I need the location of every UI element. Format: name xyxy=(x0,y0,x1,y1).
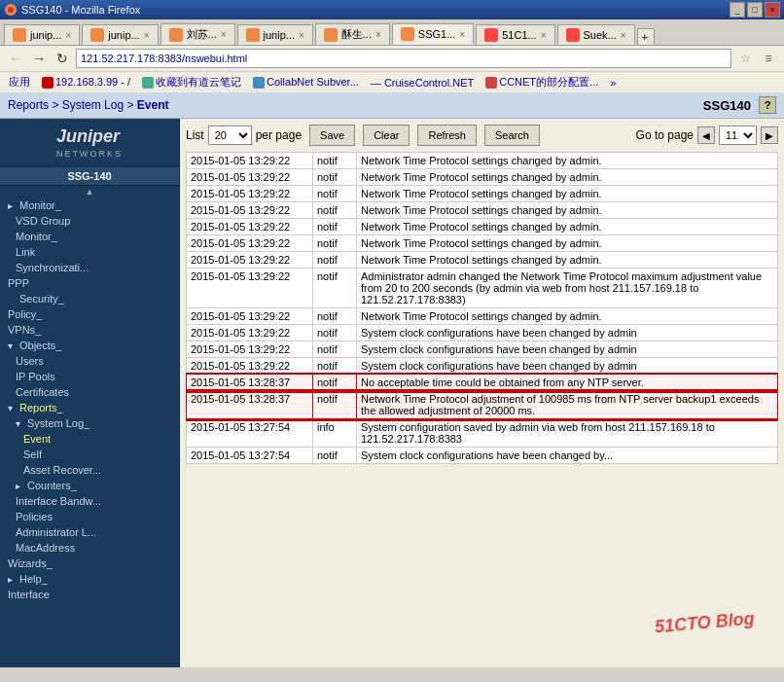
tab-1[interactable]: junip... × xyxy=(4,24,80,45)
address-input[interactable] xyxy=(76,49,731,68)
tab-close-8[interactable]: × xyxy=(621,30,626,41)
table-row: 2015-01-05 13:29:22 notif Network Time P… xyxy=(187,153,778,169)
window-title: SSG140 - Mozilla Firefox xyxy=(4,3,140,17)
tab-close-5[interactable]: × xyxy=(375,29,381,40)
tab-close-3[interactable]: × xyxy=(221,29,227,40)
svg-point-1 xyxy=(8,7,14,13)
bookmark-more[interactable]: » xyxy=(607,76,619,90)
tab-6[interactable]: SSG1... × xyxy=(392,23,474,45)
sidebar-item-counters[interactable]: ▸ Counters_ xyxy=(0,478,179,493)
sidebar-item-reports[interactable]: ▾ Reports_ xyxy=(0,400,179,415)
tab-2[interactable]: junip... × xyxy=(82,24,158,45)
bookmark-apps[interactable]: 应用 xyxy=(6,74,33,90)
tab-8[interactable]: Suek... × xyxy=(557,24,635,45)
sidebar-item-admin-log[interactable]: Administrator L... xyxy=(0,524,179,540)
list-select[interactable]: 20 50 100 xyxy=(208,126,252,145)
per-page-label: per page xyxy=(256,128,302,142)
tab-close-2[interactable]: × xyxy=(144,30,150,41)
sidebar-item-monitor2[interactable]: Monitor_ xyxy=(0,229,179,244)
sidebar-item-help[interactable]: ▸ Help_ xyxy=(0,571,179,587)
tab-close-6[interactable]: × xyxy=(459,29,465,40)
table-row: 2015-01-05 13:29:22 notif Network Time P… xyxy=(187,219,778,235)
table-row: 2015-01-05 13:27:54 notif System clock c… xyxy=(187,448,778,464)
bookmark-3[interactable]: CollabNet Subver... xyxy=(250,75,362,90)
cell-date: 2015-01-05 13:29:22 xyxy=(187,308,313,325)
bookmark-1[interactable]: 192.168.3.99 - / xyxy=(39,75,133,90)
save-button[interactable]: Save xyxy=(309,125,355,146)
back-button[interactable]: ← xyxy=(6,49,25,68)
cell-message: Network Time Protocol settings changed b… xyxy=(357,252,778,269)
bookmark-2[interactable]: 收藏到有道云笔记 xyxy=(139,74,244,90)
page-header: Reports > System Log > Event SSG140 ? xyxy=(0,92,784,119)
device-name: SSG140 xyxy=(703,98,751,113)
help-button[interactable]: ? xyxy=(759,96,776,114)
main-content: List 20 50 100 per page Save Clear Refre… xyxy=(180,119,784,667)
sidebar-item-asset[interactable]: Asset Recover... xyxy=(0,462,179,478)
tab-3[interactable]: 刘苏... × xyxy=(160,23,235,45)
tab-close-4[interactable]: × xyxy=(299,30,304,41)
sidebar-item-link[interactable]: Link xyxy=(0,244,179,260)
menu-icon[interactable]: ≡ xyxy=(759,49,778,68)
sidebar-item-objects[interactable]: ▾ Objects_ xyxy=(0,338,179,353)
page-select[interactable]: 11 xyxy=(719,126,757,145)
sidebar-item-event[interactable]: Event xyxy=(0,431,179,447)
sidebar-item-users[interactable]: Users xyxy=(0,353,179,369)
sidebar-item-system-log[interactable]: ▾ System Log_ xyxy=(0,415,179,431)
cell-message: System clock configurations have been ch… xyxy=(357,448,778,464)
cell-date: 2015-01-05 13:29:22 xyxy=(187,202,313,219)
tab-7[interactable]: 51C1... × xyxy=(476,24,554,45)
close-button[interactable]: × xyxy=(765,2,780,18)
prev-page-button[interactable]: ◀ xyxy=(697,126,715,144)
bookmark-4[interactable]: — CruiseControl.NET xyxy=(368,76,477,90)
tab-4[interactable]: junip... × xyxy=(237,24,313,45)
sidebar-item-certificates[interactable]: Certificates xyxy=(0,384,179,400)
sidebar-item-monitor[interactable]: ▸ Monitor_ xyxy=(0,197,179,213)
sidebar-item-security[interactable]: Security_ xyxy=(0,291,179,306)
sidebar-item-interface[interactable]: Interface xyxy=(0,587,179,602)
forward-button[interactable]: → xyxy=(29,49,49,68)
new-tab-button[interactable]: + xyxy=(637,28,655,45)
search-button[interactable]: Search xyxy=(484,125,540,146)
tab-close-1[interactable]: × xyxy=(65,30,71,41)
next-page-button[interactable]: ▶ xyxy=(761,126,778,144)
sidebar-item-ip-pools[interactable]: IP Pools xyxy=(0,369,179,384)
tab-5[interactable]: 酥生... × xyxy=(315,23,390,45)
bookmark-icon xyxy=(42,77,53,89)
cell-level: notif xyxy=(313,235,357,252)
sidebar-item-sync[interactable]: Synchronizati... xyxy=(0,260,179,275)
window-controls: _ □ × xyxy=(730,2,780,18)
cell-level: notif xyxy=(313,358,357,375)
cell-message: No acceptable time could be obtained fro… xyxy=(357,375,778,391)
maximize-button[interactable]: □ xyxy=(747,2,763,18)
breadcrumb-system-log[interactable]: System Log xyxy=(62,98,124,112)
sidebar-item-ppp[interactable]: PPP xyxy=(0,275,179,291)
sidebar-item-interface-bw[interactable]: Interface Bandw... xyxy=(0,493,179,509)
sidebar-item-policy[interactable]: Policy_ xyxy=(0,306,179,322)
sidebar-item-macaddress[interactable]: MacAddress xyxy=(0,540,179,556)
cell-message: Network Time Protocol settings changed b… xyxy=(357,202,778,219)
sidebar-scroll-up[interactable]: ▲ xyxy=(0,186,179,197)
clear-button[interactable]: Clear xyxy=(363,125,410,146)
bookmark-5[interactable]: CCNET的部分配置... xyxy=(482,74,601,90)
table-row: 2015-01-05 13:29:22 notif Network Time P… xyxy=(187,235,778,252)
table-row: 2015-01-05 13:29:22 notif Network Time P… xyxy=(187,202,778,219)
expand-icon xyxy=(8,294,18,304)
table-row: 2015-01-05 13:29:22 notif System clock c… xyxy=(187,358,778,375)
sidebar-item-self[interactable]: Self xyxy=(0,447,179,462)
minimize-button[interactable]: _ xyxy=(730,2,745,18)
expand-icon: ▾ xyxy=(8,403,18,413)
tab-close-7[interactable]: × xyxy=(541,30,547,41)
logo-networks: NETWORKS xyxy=(56,149,123,159)
sidebar-item-wizards[interactable]: Wizards_ xyxy=(0,556,179,571)
table-wrapper: 2015-01-05 13:29:22 notif Network Time P… xyxy=(186,152,778,464)
sidebar-item-policies[interactable]: Policies xyxy=(0,509,179,524)
expand-icon: ▸ xyxy=(8,574,18,584)
sidebar-item-vsd[interactable]: VSD Group xyxy=(0,213,179,229)
reload-button[interactable]: ↻ xyxy=(53,49,72,68)
sidebar-item-vpns[interactable]: VPNs_ xyxy=(0,322,179,338)
bookmark-star-icon[interactable]: ☆ xyxy=(735,49,755,68)
sidebar: Juniper NETWORKS SSG-140 ▲ ▸ Monitor_ VS… xyxy=(0,119,180,667)
breadcrumb-reports[interactable]: Reports xyxy=(8,98,49,112)
tab-icon xyxy=(13,28,26,42)
refresh-button[interactable]: Refresh xyxy=(417,125,477,146)
